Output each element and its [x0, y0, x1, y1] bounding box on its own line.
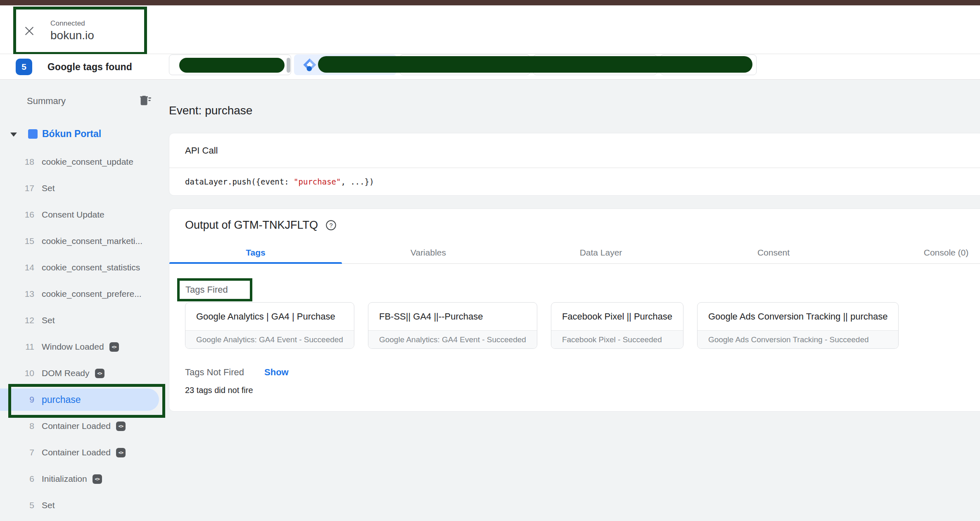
event-label: cookie_consent_update	[42, 157, 133, 167]
sidebar-event-row[interactable]: 18 cookie_consent_update	[0, 149, 169, 175]
event-number: 17	[0, 183, 34, 193]
output-header: Output of GTM-TNKJFLTQ ?	[169, 209, 980, 232]
event-label: DOM Ready	[42, 368, 90, 378]
code-tag-icon: <>	[116, 422, 126, 431]
sidebar-event-row[interactable]: 7 Container Loaded <>	[0, 439, 169, 466]
output-tab[interactable]: Console (0)	[860, 242, 980, 263]
annotation-box-connected: Connected bokun.io	[13, 7, 147, 55]
output-tabs: Tags Variables Data Layer Consent Consol…	[169, 242, 980, 264]
event-number: 13	[0, 289, 34, 299]
code-tag-icon: <>	[116, 448, 126, 457]
tags-not-fired-summary: 23 tags did not fire	[185, 386, 253, 395]
event-number: 14	[0, 263, 34, 272]
event-label: cookie_consent_marketi...	[42, 236, 142, 246]
event-label: Set	[42, 315, 55, 325]
show-not-fired-link[interactable]: Show	[264, 367, 289, 378]
chevron-down-icon[interactable]	[10, 133, 17, 137]
sidebar-event-row[interactable]: 10 DOM Ready <>	[0, 360, 169, 386]
sidebar-event-row[interactable]: 6 Initialization <>	[0, 466, 169, 492]
output-tab[interactable]: Data Layer	[515, 242, 687, 263]
fired-tags-row: Google Analytics | GA4 | Purchase Google…	[185, 302, 899, 349]
fired-tag-card[interactable]: Facebook Pixel || Purchase Facebook Pixe…	[551, 302, 683, 349]
api-call-code: dataLayer.push({event: "purchase", ...})	[169, 168, 980, 195]
code-tag-icon: <>	[95, 369, 104, 378]
connected-label: Connected	[50, 19, 94, 28]
event-number: 15	[0, 236, 34, 246]
sidebar-event-row[interactable]: 16 Consent Update	[0, 201, 169, 228]
connected-domain: bokun.io	[50, 29, 94, 42]
container-icon	[28, 129, 38, 139]
output-card: Output of GTM-TNKJFLTQ ? Tags Variables …	[169, 208, 980, 412]
sidebar-event-row[interactable]: 5 Set	[0, 492, 169, 519]
fired-tag-title: FB-SS|| GA4 ||--Purchase	[368, 303, 537, 330]
fired-tag-status: Facebook Pixel - Succeeded	[551, 330, 683, 348]
tags-found-bar: 5 Google tags found	[0, 54, 980, 80]
event-number: 8	[0, 421, 34, 431]
code-tag-icon: <>	[109, 342, 119, 352]
event-label: Container Loaded	[42, 421, 111, 431]
event-number: 6	[0, 474, 34, 484]
sidebar-event-row[interactable]: 11 Window Loaded <>	[0, 334, 169, 360]
event-label: Set	[42, 183, 55, 193]
output-tab[interactable]: Consent	[687, 242, 860, 263]
fired-tag-card[interactable]: FB-SS|| GA4 ||--Purchase Google Analytic…	[368, 302, 537, 349]
sidebar-event-row[interactable]: 9 purchase	[0, 386, 169, 413]
tags-not-fired-row: Tags Not Fired Show	[185, 367, 289, 378]
code-suffix: , ...})	[341, 177, 374, 186]
event-label: cookie_consent_statistics	[42, 263, 140, 272]
event-label: Set	[42, 500, 55, 510]
tags-fired-label: Tags Fired	[180, 284, 228, 295]
connected-status: Connected bokun.io	[50, 19, 94, 42]
container-name: Bókun Portal	[42, 128, 101, 140]
event-number: 18	[0, 157, 34, 167]
code-tag-icon: <>	[93, 474, 102, 484]
output-tab[interactable]: Tags	[169, 242, 342, 263]
browser-top-strip	[0, 0, 980, 5]
tag-chip-1[interactable]	[169, 54, 291, 75]
clear-log-icon[interactable]	[138, 94, 151, 107]
help-icon[interactable]: ?	[325, 220, 337, 231]
tags-not-fired-label: Tags Not Fired	[185, 367, 244, 378]
sidebar-event-row[interactable]: 13 cookie_consent_prefere...	[0, 281, 169, 307]
fired-tag-title: Google Ads Conversion Tracking || purcha…	[698, 303, 899, 330]
fired-tag-card[interactable]: Google Analytics | GA4 | Purchase Google…	[185, 302, 354, 349]
code-string: "purchase"	[294, 177, 341, 186]
event-label: Window Loaded	[42, 342, 104, 352]
event-number: 11	[0, 342, 34, 352]
close-icon[interactable]	[23, 25, 36, 37]
page-title: Event: purchase	[169, 104, 252, 117]
redaction-bar	[179, 58, 285, 73]
event-number: 9	[0, 395, 34, 405]
fired-tag-status: Google Analytics: GA4 Event - Succeeded	[185, 330, 354, 348]
fired-tag-status: Google Ads Conversion Tracking - Succeed…	[698, 330, 899, 348]
output-title: Output of GTM-TNKJFLTQ	[185, 219, 318, 232]
event-list: 18 cookie_consent_update 17 Set 16	[0, 149, 169, 519]
fired-tag-status: Google Analytics: GA4 Event - Succeeded	[368, 330, 537, 348]
tags-found-count-badge: 5	[16, 59, 32, 75]
event-sidebar: Summary Bókun Portal 18 cookie_consent_u…	[0, 80, 169, 521]
output-tab[interactable]: Variables	[342, 242, 515, 263]
svg-text:?: ?	[329, 222, 332, 229]
fired-tag-title: Facebook Pixel || Purchase	[551, 303, 683, 330]
sidebar-event-row[interactable]: 14 cookie_consent_statistics	[0, 254, 169, 281]
fired-tag-card[interactable]: Google Ads Conversion Tracking || purcha…	[697, 302, 899, 349]
sidebar-event-row[interactable]: 15 cookie_consent_marketi...	[0, 228, 169, 254]
event-number: 16	[0, 210, 34, 220]
sidebar-event-row[interactable]: 12 Set	[0, 307, 169, 334]
fired-tag-title: Google Analytics | GA4 | Purchase	[185, 303, 354, 330]
google-tag-manager-icon	[303, 58, 317, 72]
redaction-nub	[287, 58, 290, 73]
event-number: 10	[0, 368, 34, 378]
tag-assistant-window: Connected bokun.io 5 Google tags found	[0, 0, 980, 521]
event-number: 12	[0, 315, 34, 325]
sidebar-event-row[interactable]: 8 Container Loaded <>	[0, 413, 169, 439]
sidebar-item-summary[interactable]: Summary	[27, 96, 66, 107]
sidebar-item-container[interactable]: Bókun Portal	[0, 125, 169, 144]
summary-row: Summary	[0, 92, 169, 111]
sidebar-event-row[interactable]: 17 Set	[0, 175, 169, 201]
event-number: 5	[0, 500, 34, 510]
tags-found-label: Google tags found	[47, 54, 132, 80]
api-call-title: API Call	[169, 133, 980, 168]
header-bar: Connected bokun.io	[0, 5, 980, 54]
event-label: Initialization	[42, 474, 87, 484]
